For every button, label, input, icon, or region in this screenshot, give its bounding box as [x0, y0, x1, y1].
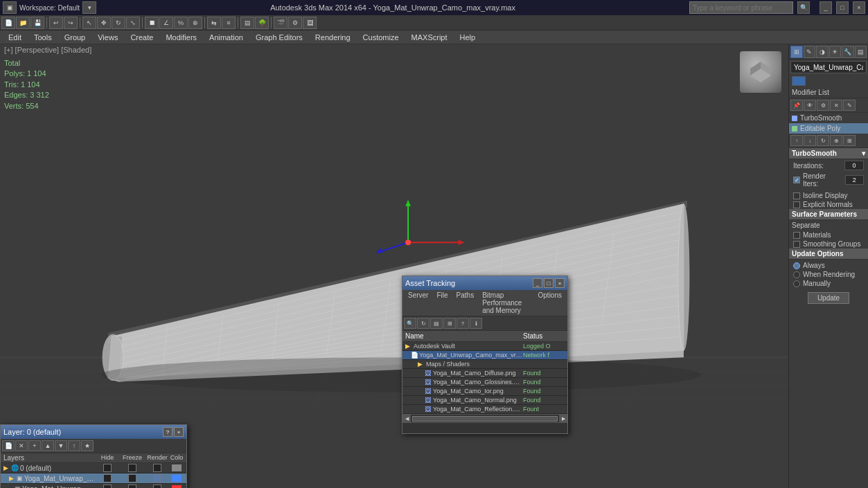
at-row-ior[interactable]: 🖼 Yoga_Mat_Camo_Ior.png Found: [402, 387, 567, 396]
layers-help-button[interactable]: ?: [163, 427, 172, 437]
at-refresh-icon[interactable]: ↻: [417, 318, 429, 329]
object-name-input[interactable]: [790, 61, 867, 73]
layers-move-down-icon[interactable]: ▼: [55, 440, 67, 451]
update-always-radio[interactable]: [793, 262, 800, 269]
search-input[interactable]: [689, 1, 793, 14]
update-manually-row[interactable]: Manually: [793, 279, 864, 288]
layer-yogasub-render-check[interactable]: [153, 485, 161, 488]
update-options-header[interactable]: Update Options: [789, 248, 868, 260]
menu-maxscript[interactable]: MAXScript: [406, 32, 453, 43]
layer-default-hide[interactable]: [95, 464, 120, 472]
cp-icon-5[interactable]: 🔧: [842, 46, 854, 58]
cp-color-swatch[interactable]: [792, 76, 806, 86]
mod-icon-delete[interactable]: ✕: [830, 100, 842, 111]
layer-yoga-render-check[interactable]: [153, 474, 161, 482]
layer-yogasub-hide-check[interactable]: [103, 485, 112, 488]
layer-row-yoga-sub[interactable]: ▣ Yoga_Mat_Unwrap_Camo: [1, 484, 186, 488]
mod-icon-edit[interactable]: ✎: [843, 100, 856, 111]
minimize-button[interactable]: _: [820, 1, 832, 14]
undo-icon[interactable]: ↩: [49, 17, 63, 29]
angle-snap-icon[interactable]: ∠: [159, 17, 173, 29]
layer-yoga-render[interactable]: [145, 474, 170, 482]
close-button[interactable]: ×: [853, 1, 865, 14]
render-icon[interactable]: 🎬: [274, 17, 287, 29]
select-icon[interactable]: ↖: [82, 17, 96, 29]
app-icon[interactable]: ▣: [3, 1, 17, 14]
render-iters-check[interactable]: [793, 177, 800, 183]
at-help-icon[interactable]: ?: [457, 318, 469, 329]
rendered-frame-icon[interactable]: 🖼: [303, 17, 317, 29]
cp-icon-4[interactable]: ☀: [829, 46, 842, 58]
menu-help[interactable]: Help: [454, 32, 481, 43]
menu-animation[interactable]: Animation: [204, 32, 249, 43]
at-grid-icon[interactable]: ⊞: [443, 318, 456, 329]
mod-icon-bottom-4[interactable]: ⊕: [830, 135, 842, 146]
layer-yoga-color[interactable]: [170, 475, 184, 482]
layers-highlight-icon[interactable]: ★: [81, 440, 94, 451]
menu-customize[interactable]: Customize: [357, 32, 405, 43]
at-row-diffuse[interactable]: 🖼 Yoga_Mat_Camo_Diffuse.png Found: [402, 369, 567, 378]
mod-icon-bottom-2[interactable]: ↓: [804, 135, 816, 146]
update-manually-radio[interactable]: [793, 280, 800, 287]
menu-rendering[interactable]: Rendering: [310, 32, 356, 43]
at-row-normal[interactable]: 🖼 Yoga_Mat_Camo_Normal.png Found: [402, 396, 567, 405]
at-scroll-right[interactable]: ▶: [559, 415, 567, 423]
layer-yoga-color-swatch[interactable]: [172, 475, 181, 482]
layer-yogasub-render[interactable]: [145, 485, 170, 488]
mod-icon-bottom-1[interactable]: ↑: [790, 135, 803, 146]
layer-yoga-freeze-check[interactable]: [128, 474, 136, 482]
layer-yogasub-freeze-check[interactable]: [128, 485, 136, 488]
mod-icon-bottom-3[interactable]: ↻: [817, 135, 829, 146]
layers-close-button[interactable]: ×: [174, 427, 184, 437]
iterations-value[interactable]: 0: [844, 161, 864, 170]
menu-create[interactable]: Create: [125, 32, 159, 43]
at-info-icon[interactable]: ℹ: [470, 318, 482, 329]
cp-icon-6[interactable]: ▤: [855, 46, 867, 58]
turbosmooth-section-header[interactable]: TurboSmooth ▾: [789, 148, 868, 159]
align-icon[interactable]: ≡: [222, 17, 236, 29]
render-setup-icon[interactable]: ⚙: [288, 17, 302, 29]
at-row-maps[interactable]: ▶ Maps / Shaders: [402, 360, 567, 369]
materials-check[interactable]: [793, 232, 800, 239]
modifier-editable-poly[interactable]: Editable Poly: [789, 123, 868, 134]
surface-params-header[interactable]: Surface Parameters: [789, 209, 868, 220]
workspace-dropdown[interactable]: ▾: [82, 1, 96, 14]
at-row-max-file[interactable]: 📄 Yoga_Mat_Unwrap_Camo_max_vray.max Netw…: [402, 351, 567, 360]
new-file-icon[interactable]: 📄: [1, 17, 15, 29]
at-row-vault[interactable]: ▶ Autodesk Vault Logged O: [402, 342, 567, 351]
move-icon[interactable]: ✥: [97, 17, 111, 29]
layers-new-icon[interactable]: 📄: [2, 440, 15, 451]
layer-manager-icon[interactable]: ▤: [240, 17, 254, 29]
redo-icon[interactable]: ↪: [64, 17, 78, 29]
layer-default-color[interactable]: [170, 464, 184, 471]
at-maximize-button[interactable]: □: [544, 278, 553, 288]
at-close-button[interactable]: ×: [555, 278, 565, 288]
cp-icon-2[interactable]: ✎: [804, 46, 816, 58]
mod-icon-bottom-5[interactable]: ⊞: [843, 135, 856, 146]
menu-edit[interactable]: Edit: [3, 32, 27, 43]
menu-tools[interactable]: Tools: [28, 32, 57, 43]
modifier-turbosmooth[interactable]: TurboSmooth: [789, 113, 868, 123]
menu-views[interactable]: Views: [92, 32, 123, 43]
layer-yogasub-freeze[interactable]: [120, 485, 145, 488]
at-menu-bitmap-perf[interactable]: Bitmap Performance and Memory: [478, 290, 533, 316]
mod-icon-visible[interactable]: 👁: [804, 100, 816, 111]
scale-icon[interactable]: ⤡: [126, 17, 140, 29]
layer-default-freeze-check[interactable]: [128, 464, 136, 472]
rotate-icon[interactable]: ↻: [112, 17, 125, 29]
search-button[interactable]: 🔍: [797, 1, 810, 14]
at-menu-server[interactable]: Server: [404, 290, 432, 316]
at-scrollbar[interactable]: ◀ ▶: [402, 414, 567, 422]
layers-add-icon[interactable]: +: [28, 440, 41, 451]
scene-explorer-icon[interactable]: 🌳: [255, 17, 269, 29]
layer-default-render-check[interactable]: [153, 464, 161, 472]
layer-default-freeze[interactable]: [120, 464, 145, 472]
layer-yoga-freeze[interactable]: [120, 474, 145, 482]
layers-select-icon[interactable]: ↑: [68, 440, 80, 451]
snap-toggle[interactable]: 🔲: [145, 17, 159, 29]
layers-delete-icon[interactable]: ✕: [15, 440, 28, 451]
layer-default-hide-check[interactable]: [103, 464, 112, 472]
at-menu-file[interactable]: File: [432, 290, 452, 316]
update-when-rendering-row[interactable]: When Rendering: [793, 270, 864, 279]
at-row-reflection[interactable]: 🖼 Yoga_Mat_Camo_Reflection.png Fount: [402, 405, 567, 414]
